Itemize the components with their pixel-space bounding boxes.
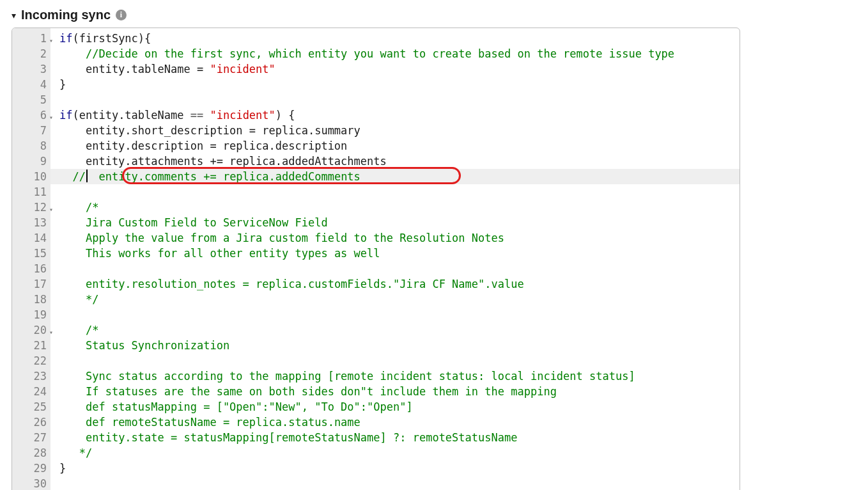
- code-line[interactable]: entity.attachments += replica.addedAttac…: [50, 154, 740, 169]
- gutter-line: 22: [21, 353, 47, 368]
- code-line[interactable]: if(firstSync){: [50, 31, 740, 46]
- gutter-line: 8: [21, 138, 47, 154]
- code-area[interactable]: if(firstSync){ //Decide on the first syn…: [50, 28, 740, 490]
- gutter-line: 26: [21, 415, 47, 430]
- code-line[interactable]: Jira Custom Field to ServiceNow Field: [50, 215, 740, 230]
- gutter-line: 7: [21, 123, 47, 138]
- gutter-line: 11: [21, 184, 47, 200]
- gutter-line: 1▾: [21, 31, 47, 46]
- gutter-line: 28: [21, 445, 47, 461]
- code-line[interactable]: def statusMapping = ["Open":"New", "To D…: [50, 399, 740, 415]
- gutter-line: 10: [21, 169, 47, 184]
- code-line[interactable]: Sync status according to the mapping [re…: [50, 368, 740, 384]
- gutter-line: 9: [21, 154, 47, 169]
- code-line[interactable]: }: [50, 77, 740, 92]
- code-line[interactable]: [50, 307, 740, 322]
- gutter-line: 18: [21, 292, 47, 307]
- code-line[interactable]: // entity.comments += replica.addedComme…: [50, 169, 740, 184]
- code-line[interactable]: [50, 261, 740, 276]
- code-line[interactable]: [50, 92, 740, 107]
- gutter-line: 24: [21, 384, 47, 399]
- code-line[interactable]: Status Synchronization: [50, 338, 740, 353]
- code-line[interactable]: [50, 476, 740, 490]
- gutter-line: 20▾: [21, 322, 47, 338]
- code-editor[interactable]: 1▾23456▾789101112▾1314151617181920▾21222…: [12, 28, 740, 490]
- code-line[interactable]: entity.resolution_notes = replica.custom…: [50, 276, 740, 292]
- gutter-line: 29: [21, 461, 47, 476]
- chevron-down-icon: ▾: [12, 10, 16, 20]
- code-line[interactable]: if(entity.tableName == "incident") {: [50, 107, 740, 123]
- section-title: Incoming sync: [21, 8, 111, 22]
- gutter-line: 30: [21, 476, 47, 490]
- code-line[interactable]: [50, 353, 740, 368]
- code-line[interactable]: entity.short_description = replica.summa…: [50, 123, 740, 138]
- gutter-line: 6▾: [21, 107, 47, 123]
- gutter-line: 2: [21, 46, 47, 61]
- gutter-line: 15: [21, 246, 47, 261]
- code-line[interactable]: //Decide on the first sync, which entity…: [50, 46, 740, 61]
- gutter-line: 5: [21, 92, 47, 107]
- gutter-line: 21: [21, 338, 47, 353]
- code-line[interactable]: */: [50, 445, 740, 461]
- gutter-line: 17: [21, 276, 47, 292]
- code-line[interactable]: }: [50, 461, 740, 476]
- code-line[interactable]: [50, 184, 740, 200]
- gutter-line: 27: [21, 430, 47, 445]
- gutter-line: 25: [21, 399, 47, 415]
- gutter-line: 4: [21, 77, 47, 92]
- code-line[interactable]: entity.description = replica.description: [50, 138, 740, 154]
- code-line[interactable]: If statuses are the same on both sides d…: [50, 384, 740, 399]
- gutter-line: 12▾: [21, 200, 47, 215]
- gutter-line: 19: [21, 307, 47, 322]
- code-line[interactable]: def remoteStatusName = replica.status.na…: [50, 415, 740, 430]
- code-line[interactable]: entity.tableName = "incident": [50, 61, 740, 77]
- gutter-line: 23: [21, 368, 47, 384]
- code-line[interactable]: /*: [50, 322, 740, 338]
- gutter-line: 16: [21, 261, 47, 276]
- code-line[interactable]: /*: [50, 200, 740, 215]
- line-gutter: 1▾23456▾789101112▾1314151617181920▾21222…: [12, 28, 50, 490]
- code-line[interactable]: Apply the value from a Jira custom field…: [50, 230, 740, 246]
- code-line[interactable]: entity.state = statusMapping[remoteStatu…: [50, 430, 740, 445]
- gutter-line: 13: [21, 215, 47, 230]
- gutter-line: 3: [21, 61, 47, 77]
- info-icon[interactable]: i: [116, 10, 127, 20]
- code-line[interactable]: This works for all other entity types as…: [50, 246, 740, 261]
- gutter-line: 14: [21, 230, 47, 246]
- code-line[interactable]: */: [50, 292, 740, 307]
- section-header[interactable]: ▾ Incoming sync i: [12, 8, 856, 22]
